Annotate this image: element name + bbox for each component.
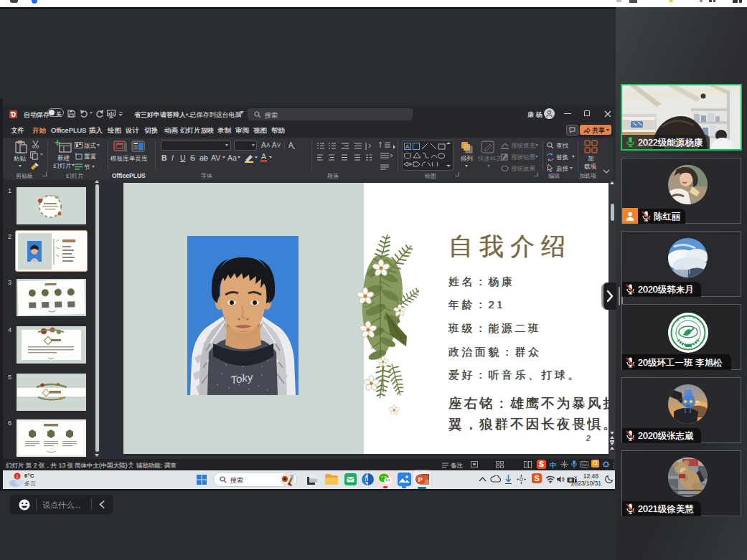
svg-text:L: L bbox=[365, 476, 370, 483]
svg-text:1: 1 bbox=[16, 474, 19, 479]
svg-text:A: A bbox=[405, 143, 410, 150]
svg-text:P: P bbox=[418, 475, 423, 483]
svg-text:理: 理 bbox=[687, 315, 691, 318]
svg-text:东: 东 bbox=[682, 315, 686, 319]
